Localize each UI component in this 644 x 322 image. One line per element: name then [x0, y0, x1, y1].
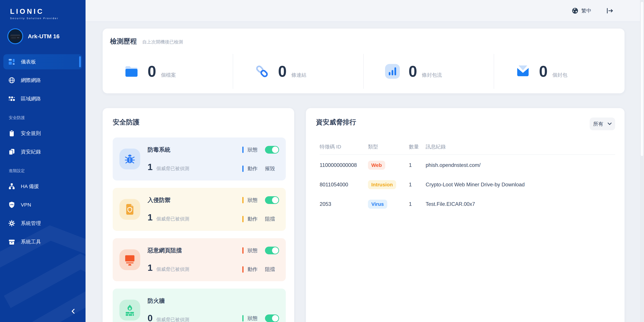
- scrollbar-track: [640, 0, 644, 322]
- sidebar-item-label: 區域網路: [21, 95, 41, 102]
- bar-chart-icon: [385, 64, 400, 79]
- status-toggle[interactable]: [265, 314, 279, 322]
- threat-type-badge: Web: [368, 161, 385, 170]
- sidebar-section-label: 進階設定: [9, 168, 86, 173]
- protection-title: 安全防護: [113, 118, 286, 127]
- device-name: Ark-UTM 16: [28, 33, 60, 40]
- sidebar-item-label: 資安紀錄: [21, 148, 41, 155]
- status-toggle[interactable]: [265, 196, 279, 204]
- card-icon-tile: [120, 249, 140, 270]
- status-toggle[interactable]: [265, 146, 279, 154]
- device-avatar: [8, 28, 23, 44]
- shield-doc-icon: [124, 203, 136, 215]
- stat-unit: 條連結: [291, 72, 306, 79]
- threat-id: 1100000000008: [320, 162, 368, 168]
- sidebar-item-4[interactable]: 安全規則: [3, 126, 82, 141]
- topbar: 繁中: [86, 0, 644, 22]
- threat-count-label: 個威脅已被偵測: [156, 165, 189, 172]
- language-selector[interactable]: 繁中: [572, 8, 591, 14]
- scrollbar-thumb[interactable]: [640, 1, 644, 156]
- sidebar-item-label: 安全規則: [21, 130, 41, 137]
- threat-count: 1: [409, 182, 426, 188]
- sidebar-item-8[interactable]: VPNVPN: [3, 197, 82, 212]
- brand-block: LIONIC Security Solution Provider: [0, 0, 86, 20]
- detection-stat: 0個檔案: [103, 54, 233, 89]
- threat-type-badge: Virus: [368, 200, 387, 209]
- action-value: 阻擋: [265, 216, 275, 222]
- sidebar-item-10[interactable]: 系統工具: [3, 234, 82, 249]
- table-column-header: 特徵碼 ID: [320, 143, 368, 150]
- protection-cards: 防毒系統1個威脅已被偵測狀態動作摧毀入侵防禦1個威脅已被偵測狀態動作阻擋惡意網頁…: [113, 138, 286, 322]
- security-protection-panel: 安全防護 防毒系統1個威脅已被偵測狀態動作摧毀入侵防禦1個威脅已被偵測狀態動作阻…: [103, 108, 294, 322]
- threat-count-label: 個威脅已被偵測: [156, 316, 189, 322]
- card-title: 入侵防禦: [148, 196, 189, 204]
- sidebar-item-label: 系統管理: [21, 220, 41, 227]
- threat-row: 1100000000008Web1phish.opendnstest.com/: [320, 155, 615, 175]
- threat-message: Crypto-Loot Web Miner Drive-by Download: [426, 182, 615, 188]
- threat-count: 1: [148, 262, 152, 273]
- sidebar-item-label: 系統工具: [21, 238, 41, 245]
- threat-row: 8011054000Intrusion1Crypto-Loot Web Mine…: [320, 175, 615, 194]
- row-label: 動作: [248, 216, 259, 222]
- dashboard-main: 檢測歷程 自上次開機後已檢測 0個檔案0條連結0條封包流0個封包 安全防護 防毒…: [86, 22, 644, 322]
- detection-history-card: 檢測歷程 自上次開機後已檢測 0個檔案0條連結0條封包流0個封包: [103, 29, 624, 93]
- threat-count: 1: [148, 162, 152, 172]
- sitemap-icon: [8, 183, 15, 190]
- accent-bar: [242, 216, 244, 222]
- logout-icon[interactable]: [606, 8, 613, 14]
- chevron-left-icon: [70, 308, 77, 314]
- sidebar-item-2[interactable]: 區域網路: [3, 91, 82, 106]
- card-detail-row: 狀態: [242, 146, 279, 154]
- row-label: 狀態: [248, 247, 259, 254]
- sidebar-item-5[interactable]: 資安紀錄: [3, 144, 82, 159]
- sidebar-collapse-button[interactable]: [70, 308, 77, 314]
- link-icon: [254, 64, 269, 79]
- threat-id: 2053: [320, 201, 368, 207]
- folder-icon: [124, 64, 139, 79]
- detection-title: 檢測歷程: [110, 37, 137, 46]
- clipboard-icon: [8, 130, 15, 137]
- status-toggle[interactable]: [265, 247, 279, 254]
- card-title: 防毒系統: [148, 146, 189, 154]
- svg-text:VPN: VPN: [10, 204, 14, 206]
- protection-card-1: 入侵防禦1個威脅已被偵測狀態動作阻擋: [113, 188, 286, 231]
- sidebar-item-1[interactable]: 網際網路: [3, 73, 82, 88]
- sidebar-item-7[interactable]: HA 備援: [3, 179, 82, 194]
- threat-message: phish.opendnstest.com/: [426, 162, 615, 168]
- sidebar-item-9[interactable]: 系統管理: [3, 216, 82, 231]
- firewall-icon: [124, 304, 136, 316]
- card-detail-row: 狀態: [242, 314, 279, 322]
- card-title: 防火牆: [148, 297, 189, 305]
- card-detail-row: 動作摧毀: [242, 165, 279, 172]
- protection-card-3: 防火牆0個威脅已被偵測狀態: [113, 288, 286, 322]
- toolbox-icon: [8, 238, 15, 245]
- stat-unit: 個檔案: [161, 72, 176, 79]
- threat-table-body: 1100000000008Web1phish.opendnstest.com/8…: [320, 155, 615, 214]
- card-detail-row: 狀態: [242, 196, 279, 204]
- threat-filter-dropdown[interactable]: 所有: [590, 118, 615, 130]
- card-detail-row: 狀態: [242, 247, 279, 254]
- threat-count-label: 個威脅已被偵測: [156, 216, 189, 222]
- threat-message: Test.File.EICAR.00x7: [426, 201, 615, 207]
- threat-row: 2053Virus1Test.File.EICAR.00x7: [320, 194, 615, 214]
- sidebar-item-label: HA 備援: [21, 183, 39, 190]
- monitor-icon: [124, 254, 136, 266]
- threat-filter-value: 所有: [593, 121, 603, 127]
- sidebar-item-label: 網際網路: [21, 77, 41, 84]
- row-label: 狀態: [248, 146, 259, 153]
- row-label: 動作: [248, 165, 259, 172]
- toggle-knob: [272, 197, 278, 203]
- device-block: Ark-UTM 16: [8, 28, 79, 44]
- toggle-knob: [272, 147, 278, 153]
- accent-bar: [242, 197, 244, 203]
- action-value: 阻擋: [265, 266, 275, 273]
- protection-card-2: 惡意網頁阻擋1個威脅已被偵測狀態動作阻擋: [113, 238, 286, 281]
- accent-bar: [242, 147, 244, 153]
- table-column-header: 訊息紀錄: [426, 143, 615, 150]
- sidebar-item-0[interactable]: 儀表板: [3, 54, 82, 69]
- detection-stats: 0個檔案0條連結0條封包流0個封包: [103, 54, 624, 89]
- threat-count: 0: [148, 313, 152, 322]
- threat-count: 1: [409, 201, 426, 207]
- threat-ranking-panel: 資安威脅排行 所有 特徵碼 ID類型數量訊息紀錄 1100000000008We…: [306, 108, 624, 322]
- accent-bar: [242, 166, 244, 172]
